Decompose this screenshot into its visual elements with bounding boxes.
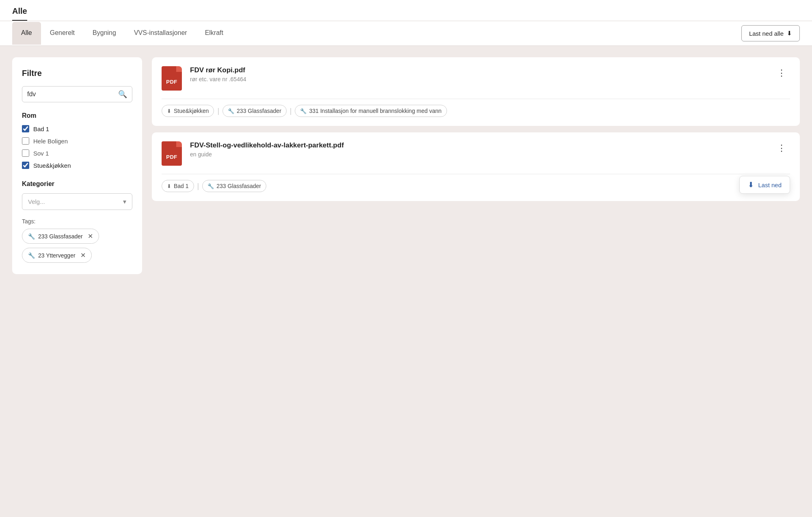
checkbox-sov1-input[interactable] <box>22 149 29 157</box>
tag-yttervegger-label: 23 Yttervegger <box>38 252 76 259</box>
tab-alle[interactable]: Alle <box>12 22 41 45</box>
tag-sep-1: | <box>217 107 219 115</box>
tag-glassfasader-icon: 🔧 <box>28 233 35 240</box>
file-card-1-top: PDF FDV rør Kopi.pdf rør etc. vare nr .6… <box>162 66 790 92</box>
download-all-icon: ⬇ <box>787 30 792 37</box>
checkbox-bad1-input[interactable] <box>22 125 29 132</box>
page-title: Alle <box>12 0 27 21</box>
file-tag-glass-1[interactable]: 🔧 233 Glassfasader <box>222 105 287 117</box>
filter-panel: Filtre 🔍 Rom Bad 1 Hele Boligen Sov 1 St… <box>12 57 142 274</box>
more-options-btn-1[interactable]: ⋮ <box>774 66 790 80</box>
category-icon-1: 🔧 <box>228 108 234 114</box>
category-icon-2: 🔧 <box>300 108 307 114</box>
tag-yttervegger-close[interactable]: ✕ <box>80 251 86 259</box>
kategorier-title: Kategorier <box>22 180 132 188</box>
file-info-2: FDV-Stell-og-vedlikehold-av-lakkert-park… <box>190 141 767 158</box>
download-all-button[interactable]: Last ned alle ⬇ <box>741 25 800 41</box>
results-panel: PDF FDV rør Kopi.pdf rør etc. vare nr .6… <box>152 57 800 274</box>
tag-glassfasader-label: 233 Glassfasader <box>38 233 83 240</box>
tags-section: Tags: 🔧 233 Glassfasader ✕ 🔧 23 Ytterveg… <box>22 218 132 263</box>
file-divider-1 <box>162 99 790 99</box>
tags-label: Tags: <box>22 218 132 225</box>
search-input[interactable] <box>27 91 118 98</box>
checkbox-sov1-label: Sov 1 <box>33 150 49 157</box>
last-ned-popup-label: Last ned <box>758 182 782 188</box>
tabs-container: Alle Generelt Bygning VVS-installasjoner… <box>12 22 741 45</box>
category-icon-3: 🔧 <box>207 183 214 189</box>
file-name-2: FDV-Stell-og-vedlikehold-av-lakkert-park… <box>190 141 767 149</box>
tag-yttervegger[interactable]: 🔧 23 Yttervegger ✕ <box>22 248 92 263</box>
pdf-icon-1-body: PDF <box>162 66 182 91</box>
file-tags-row-2: ⬇ Bad 1 | 🔧 233 Glassfasader <box>162 180 790 192</box>
checkbox-stue[interactable]: Stue&kjøkken <box>22 162 132 169</box>
pdf-icon-1: PDF <box>162 66 184 92</box>
kategorier-placeholder: Velg... <box>28 198 123 205</box>
tab-vvs[interactable]: VVS-installasjoner <box>125 22 196 45</box>
file-name-1: FDV rør Kopi.pdf <box>190 66 767 74</box>
file-tag-brann[interactable]: 🔧 331 Installasjon for manuell brannslok… <box>295 105 447 117</box>
file-card-2: PDF FDV-Stell-og-vedlikehold-av-lakkert-… <box>152 132 800 201</box>
pdf-icon-2-body: PDF <box>162 141 182 166</box>
file-subtitle-1: rør etc. vare nr .65464 <box>190 76 767 82</box>
download-all-label: Last ned alle <box>749 30 784 37</box>
file-subtitle-2: en guide <box>190 151 767 158</box>
file-tag-stue-label: Stue&kjøkken <box>174 108 209 114</box>
rom-section-title: Rom <box>22 112 132 119</box>
filter-title: Filtre <box>22 69 132 78</box>
more-options-btn-2[interactable]: ⋮ <box>774 141 790 155</box>
checkbox-sov1[interactable]: Sov 1 <box>22 149 132 157</box>
search-icon: 🔍 <box>118 90 127 99</box>
tab-elkraft[interactable]: Elkraft <box>196 22 232 45</box>
checkbox-hele-boligen[interactable]: Hele Boligen <box>22 137 132 145</box>
file-tag-brann-label: 331 Installasjon for manuell brannslokki… <box>309 108 441 114</box>
pdf-label-1: PDF <box>166 79 177 85</box>
tabs-row: Alle Generelt Bygning VVS-installasjoner… <box>0 21 812 46</box>
chevron-down-icon: ▾ <box>123 198 126 206</box>
checkbox-hele-boligen-input[interactable] <box>22 137 29 145</box>
checkbox-list: Bad 1 Hele Boligen Sov 1 Stue&kjøkken <box>22 125 132 169</box>
room-icon-1: ⬇ <box>167 108 171 114</box>
file-tag-glass-2-label: 233 Glassfasader <box>216 183 261 189</box>
file-tag-bad1[interactable]: ⬇ Bad 1 <box>162 180 194 192</box>
tag-sep-2: | <box>290 107 292 115</box>
file-card-1: PDF FDV rør Kopi.pdf rør etc. vare nr .6… <box>152 57 800 126</box>
tag-sep-3: | <box>197 182 199 190</box>
checkbox-bad1[interactable]: Bad 1 <box>22 125 132 132</box>
room-icon-2: ⬇ <box>167 183 171 189</box>
download-icon-small: ⬇ <box>748 180 754 189</box>
checkbox-bad1-label: Bad 1 <box>33 125 49 132</box>
checkbox-hele-boligen-label: Hele Boligen <box>33 138 68 145</box>
tab-bygning[interactable]: Bygning <box>84 22 125 45</box>
pdf-label-2: PDF <box>166 154 177 160</box>
tag-glassfasader[interactable]: 🔧 233 Glassfasader ✕ <box>22 229 99 244</box>
kategorier-section: Kategorier Velg... ▾ <box>22 180 132 210</box>
kategorier-select[interactable]: Velg... ▾ <box>22 193 132 210</box>
tab-generelt[interactable]: Generelt <box>41 22 84 45</box>
pdf-icon-2: PDF <box>162 141 184 167</box>
checkbox-stue-label: Stue&kjøkken <box>33 162 71 169</box>
tag-yttervegger-icon: 🔧 <box>28 252 35 259</box>
tags-list: 🔧 233 Glassfasader ✕ 🔧 23 Yttervegger ✕ <box>22 229 132 263</box>
file-tag-bad1-label: Bad 1 <box>174 183 189 189</box>
file-tag-glass-1-label: 233 Glassfasader <box>237 108 281 114</box>
file-card-2-top: PDF FDV-Stell-og-vedlikehold-av-lakkert-… <box>162 141 790 167</box>
file-info-1: FDV rør Kopi.pdf rør etc. vare nr .65464 <box>190 66 767 82</box>
file-divider-2 <box>162 174 790 174</box>
top-bar: Alle <box>0 0 812 21</box>
search-box: 🔍 <box>22 86 132 102</box>
tag-glassfasader-close[interactable]: ✕ <box>88 232 93 240</box>
main-content: Filtre 🔍 Rom Bad 1 Hele Boligen Sov 1 St… <box>0 46 812 286</box>
file-tags-row-1: ⬇ Stue&kjøkken | 🔧 233 Glassfasader | 🔧 … <box>162 105 790 117</box>
file-tag-stue[interactable]: ⬇ Stue&kjøkken <box>162 105 214 117</box>
last-ned-popup[interactable]: ⬇ Last ned <box>739 176 790 194</box>
checkbox-stue-input[interactable] <box>22 162 29 169</box>
file-tag-glass-2[interactable]: 🔧 233 Glassfasader <box>202 180 266 192</box>
